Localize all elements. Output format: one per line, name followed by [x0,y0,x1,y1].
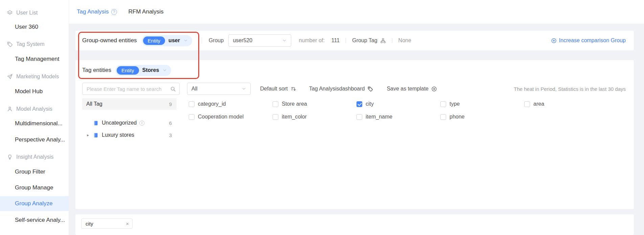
sidebar-item-user-360[interactable]: User 360 [0,20,69,34]
person-icon [7,106,13,112]
tree-node-all-tag[interactable]: All Tag 9 [82,98,177,110]
item-label: User 360 [15,24,38,30]
item-label: Perspective Analy... [15,136,65,143]
category-select-value: All [191,86,198,92]
caret-right-icon[interactable]: ▸ [87,133,92,137]
increase-comparison-group-button[interactable]: Increase comparison Group [551,37,626,44]
entity-badge: Entity [143,36,165,45]
tree-node-count: 9 [169,101,172,107]
checkbox-icon[interactable] [273,101,278,107]
checkbox-icon[interactable] [189,114,194,120]
tree-node-label: Luxury stores [102,132,134,138]
tab-tag-analysis[interactable]: Tag Analysis ? [77,8,117,15]
tab-label: RFM Analysis [129,8,164,15]
tree-node-uncategorized[interactable]: ▸ Uncategorized i 6 [82,117,177,129]
divider [392,38,392,43]
section-label: User List [16,10,38,16]
period-statistics-note: The heat in Period, Statistics is in the… [514,86,626,92]
send-icon [7,74,13,80]
tree-node-luxury-stores[interactable]: ▸ Luxury stores 3 [82,129,177,141]
group-owned-entity-select[interactable]: Entity user [142,35,192,46]
main-content: Group-owned entities Entity user Group u… [69,24,644,235]
item-label: Tag Management [15,56,59,62]
checkbox-icon[interactable] [189,101,194,107]
dashboard-label: Tag Analysisdashboard [309,86,365,92]
tag-outline-icon [367,86,373,92]
sidebar-section-marketing-models: Marketing Models [0,69,69,84]
tag-checkbox-area[interactable]: area [524,101,608,107]
chevron-down-icon [183,38,188,43]
tag-search-box[interactable] [82,83,180,95]
help-icon[interactable]: ? [111,9,117,15]
search-icon[interactable] [170,86,176,92]
divider [202,37,202,44]
tag-label: Store area [282,101,307,107]
tree-node-label: All Tag [86,101,102,107]
checkbox-icon[interactable] [273,114,278,120]
sidebar-item-perspective-analysis[interactable]: Perspective Analy... [0,132,69,147]
close-icon[interactable]: × [126,221,129,226]
tag-entity-select[interactable]: Entity Stores [115,65,171,76]
tag-checkbox-store-area[interactable]: Store area [273,101,356,107]
tag-category-select[interactable]: All [187,83,251,95]
group-select[interactable]: user520 [228,34,291,47]
chevron-down-icon [242,86,246,91]
sidebar-section-user-list: User List [0,5,69,20]
tag-checkbox-item-color[interactable]: item_color [273,114,356,120]
tree-node-count: 3 [169,132,172,138]
selected-tags-bar: city × [75,214,634,235]
tag-checkbox-phone[interactable]: phone [440,114,524,120]
tag-checkbox-city[interactable]: city [356,101,440,107]
tag-search-input[interactable] [87,86,170,92]
sort-icon [291,86,296,92]
group-tag-icon[interactable] [380,38,386,44]
tag-checkbox-cooperation-model[interactable]: Cooperation model [189,114,273,120]
sidebar-section-tag-system: Tag System [0,37,69,52]
section-label: Tag System [16,41,45,47]
group-label: Group [209,37,224,44]
tag-toolbar: All Default sort Tag Analysisdashboard S… [82,81,626,96]
sidebar: User List User 360 Tag System Tag Manage… [0,0,69,235]
tag-checkbox-category-id[interactable]: category_id [189,101,273,107]
tab-rfm-analysis[interactable]: RFM Analysis [129,8,164,15]
sidebar-item-group-analyze[interactable]: Group Analyze [0,196,69,211]
selected-tag-chip[interactable]: city × [81,218,133,229]
tree-node-count: 6 [169,120,172,126]
checkbox-icon[interactable] [440,114,446,120]
item-label: Self-service Analy... [15,217,65,224]
item-label: Multidimensional... [15,120,63,127]
sort-label: Default sort [260,86,288,92]
bulb-icon [7,154,13,160]
tag-icon [7,41,13,47]
tag-label: item_color [282,114,307,120]
tag-checkbox-type[interactable]: type [440,101,524,107]
entity-value: Stores [142,67,159,73]
section-label: Model Analysis [16,106,52,112]
section-label: Marketing Models [16,74,59,80]
info-icon[interactable]: i [139,121,144,126]
increase-link-label: Increase comparison Group [559,37,626,44]
checkbox-icon[interactable] [524,101,530,107]
save-as-template-button[interactable]: Save as template [387,86,437,92]
checkbox-icon[interactable] [440,101,446,107]
tag-label: item_name [366,114,392,120]
sidebar-item-group-filter[interactable]: Group Filter [0,164,69,179]
tag-analysis-dashboard-button[interactable]: Tag Analysisdashboard [309,86,373,92]
group-owned-entities-label: Group-owned entities [82,37,137,44]
book-icon [93,120,99,126]
sidebar-item-model-hub[interactable]: Model Hub [0,84,69,99]
tag-entities-label: Tag entities [82,67,111,74]
default-sort-button[interactable]: Default sort [260,86,296,92]
sidebar-item-tag-management[interactable]: Tag Management [0,52,69,67]
sidebar-item-multidimensional[interactable]: Multidimensional... [0,116,69,131]
tag-analysis-card: Tag entities Entity Stores All Default [75,60,634,209]
number-of-label: number of: [299,37,324,44]
tag-checkbox-item-name[interactable]: item_name [356,114,440,120]
chip-label: city [86,221,93,227]
sidebar-item-group-manage[interactable]: Group Manage [0,180,69,195]
checkbox-icon[interactable] [356,101,362,107]
sidebar-item-self-service-analysis[interactable]: Self-service Analy... [0,213,69,228]
checkbox-icon[interactable] [356,114,362,120]
tag-label: phone [450,114,465,120]
tag-label: city [366,101,374,107]
